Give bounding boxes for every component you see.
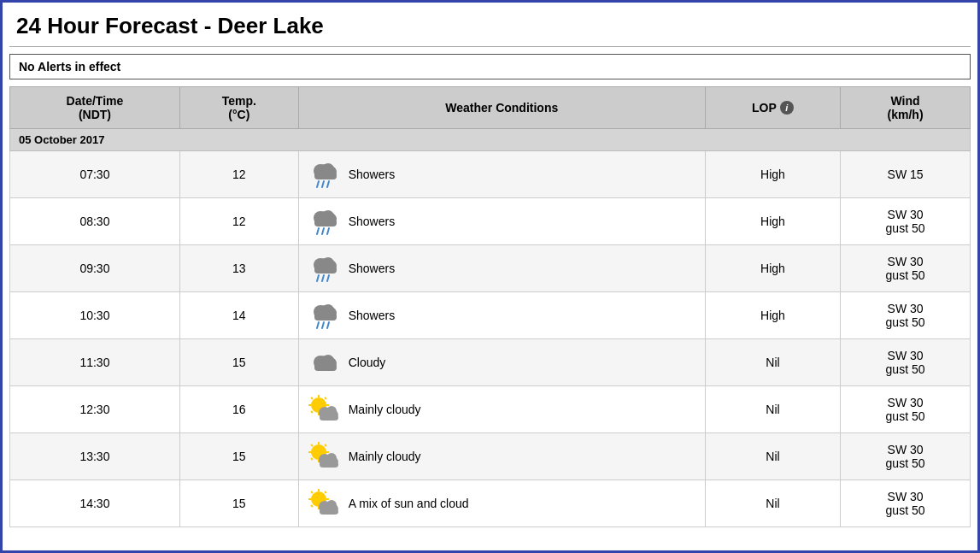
table-row: 11:3015 CloudyNilSW 30 gust 50 <box>10 339 971 386</box>
svg-line-37 <box>311 397 313 399</box>
col-header-lop: LOP i <box>705 87 840 129</box>
condition-label: Showers <box>349 168 395 181</box>
lop-cell: Nil <box>705 433 840 480</box>
wind-cell: SW 15 <box>841 151 971 198</box>
time-cell: 14:30 <box>10 480 180 527</box>
wind-cell: SW 30 gust 50 <box>841 339 971 386</box>
svg-rect-3 <box>314 172 337 179</box>
svg-line-39 <box>325 397 326 399</box>
page-title: 24 Hour Forecast - Deer Lake <box>3 3 977 46</box>
svg-line-50 <box>311 444 313 446</box>
time-cell: 10:30 <box>10 292 180 339</box>
wind-cell: SW 30 gust 50 <box>841 292 971 339</box>
lop-info-icon[interactable]: i <box>780 101 794 115</box>
table-row: 07:3012 ShowersHighSW 15 <box>10 151 971 198</box>
wind-cell: SW 30 gust 50 <box>841 245 971 292</box>
condition-label: Showers <box>349 215 395 228</box>
svg-line-65 <box>325 491 326 493</box>
time-cell: 12:30 <box>10 386 180 433</box>
svg-rect-17 <box>314 266 337 274</box>
temp-cell: 14 <box>179 292 298 339</box>
date-row: 05 October 2017 <box>10 129 971 151</box>
svg-line-5 <box>322 181 324 187</box>
svg-rect-57 <box>320 462 338 468</box>
svg-line-25 <box>317 322 319 328</box>
table-row: 13:3015 Mainly cloudyNilSW 30 gust 50 <box>10 433 971 480</box>
time-cell: 09:30 <box>10 245 180 292</box>
temp-cell: 15 <box>179 433 298 480</box>
wind-cell: SW 30 gust 50 <box>841 386 971 433</box>
time-cell: 07:30 <box>10 151 180 198</box>
condition-label: Cloudy <box>349 356 386 369</box>
weather-cell: A mix of sun and cloud <box>298 480 705 527</box>
temp-cell: 13 <box>179 245 298 292</box>
lop-label: LOP <box>752 101 777 115</box>
svg-line-26 <box>322 322 324 328</box>
table-row: 10:3014 ShowersHighSW 30 gust 50 <box>10 292 971 339</box>
time-cell: 08:30 <box>10 198 180 245</box>
svg-rect-24 <box>314 313 337 321</box>
time-cell: 11:30 <box>10 339 180 386</box>
lop-cell: Nil <box>705 386 840 433</box>
table-row: 08:3012 ShowersHighSW 30 gust 50 <box>10 198 971 245</box>
col-header-conditions: Weather Conditions <box>298 87 705 129</box>
lop-cell: High <box>705 151 840 198</box>
weather-cell: Mainly cloudy <box>298 386 705 433</box>
svg-line-4 <box>317 181 319 187</box>
wind-cell: SW 30 gust 50 <box>841 480 971 527</box>
lop-cell: High <box>705 245 840 292</box>
lop-cell: Nil <box>705 480 840 527</box>
svg-rect-31 <box>314 363 337 371</box>
weather-cell: Showers <box>298 245 705 292</box>
table-row: 14:3015 A mix of sun and cloudNilSW 30 g… <box>10 480 971 527</box>
svg-line-53 <box>311 458 313 460</box>
weather-cell: Showers <box>298 198 705 245</box>
svg-line-40 <box>311 411 313 413</box>
condition-label: A mix of sun and cloud <box>349 497 469 510</box>
condition-label: Mainly cloudy <box>349 450 421 463</box>
lop-cell: High <box>705 292 840 339</box>
col-header-datetime: Date/Time(NDT) <box>10 87 180 129</box>
temp-cell: 15 <box>179 339 298 386</box>
col-header-wind: Wind(km/h) <box>841 87 971 129</box>
svg-line-12 <box>322 228 324 234</box>
temp-cell: 15 <box>179 480 298 527</box>
wind-cell: SW 30 gust 50 <box>841 433 971 480</box>
table-row: 09:3013 ShowersHighSW 30 gust 50 <box>10 245 971 292</box>
condition-label: Mainly cloudy <box>349 403 421 416</box>
temp-cell: 12 <box>179 198 298 245</box>
svg-line-66 <box>311 505 313 507</box>
condition-label: Showers <box>349 262 395 275</box>
svg-rect-10 <box>314 219 337 226</box>
weather-cell: Cloudy <box>298 339 705 386</box>
svg-rect-44 <box>320 415 338 421</box>
table-row: 12:3016 Mainly cloudyNilSW 30 gust 50 <box>10 386 971 433</box>
temp-cell: 12 <box>179 151 298 198</box>
weather-cell: Showers <box>298 151 705 198</box>
weather-cell: Mainly cloudy <box>298 433 705 480</box>
svg-line-63 <box>311 491 313 493</box>
time-cell: 13:30 <box>10 433 180 480</box>
svg-line-13 <box>327 228 329 234</box>
condition-label: Showers <box>349 309 395 322</box>
temp-cell: 16 <box>179 386 298 433</box>
alert-bar: No Alerts in effect <box>9 54 971 79</box>
wind-cell: SW 30 gust 50 <box>841 198 971 245</box>
title-divider <box>9 46 971 47</box>
svg-line-27 <box>327 322 329 328</box>
lop-cell: Nil <box>705 339 840 386</box>
svg-line-19 <box>322 275 324 281</box>
lop-cell: High <box>705 198 840 245</box>
svg-line-20 <box>327 275 329 281</box>
svg-line-11 <box>317 228 319 234</box>
forecast-table: Date/Time(NDT) Temp.(°C) Weather Conditi… <box>9 86 971 527</box>
weather-cell: Showers <box>298 292 705 339</box>
svg-line-52 <box>325 444 326 446</box>
col-header-temp: Temp.(°C) <box>179 87 298 129</box>
svg-line-18 <box>317 275 319 281</box>
svg-line-6 <box>327 181 329 187</box>
svg-rect-70 <box>320 509 338 515</box>
